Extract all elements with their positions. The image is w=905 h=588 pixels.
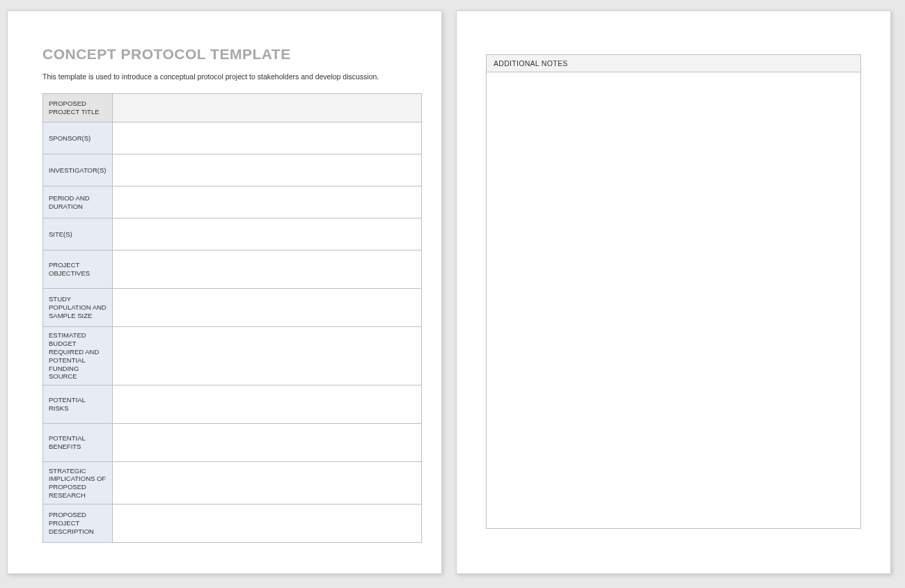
row-field[interactable] <box>113 186 422 218</box>
table-row: PROPOSED PROJECT TITLE <box>43 94 422 122</box>
row-field[interactable] <box>113 154 422 186</box>
row-field[interactable] <box>113 218 422 251</box>
table-row: SPONSOR(S) <box>43 122 422 154</box>
table-row: POTENTIAL RISKS <box>43 386 422 424</box>
row-field[interactable] <box>113 386 422 424</box>
additional-notes-box: ADDITIONAL NOTES <box>486 54 861 529</box>
table-row: PERIOD AND DURATION <box>43 186 422 218</box>
row-label: POTENTIAL BENEFITS <box>43 424 113 462</box>
row-label: SPONSOR(S) <box>43 122 113 154</box>
table-row: STRATEGIC IMPLICATIONS OF PROPOSED RESEA… <box>43 462 422 504</box>
row-field[interactable] <box>113 251 422 289</box>
row-field[interactable] <box>113 504 422 543</box>
row-label: SITE(S) <box>43 218 113 251</box>
document-title: CONCEPT PROTOCOL TEMPLATE <box>42 46 420 63</box>
row-label: ESTIMATED BUDGET REQUIRED AND POTENTIAL … <box>43 327 113 386</box>
row-label: POTENTIAL RISKS <box>43 386 113 424</box>
row-label: INVESTIGATOR(S) <box>43 154 113 186</box>
table-row: PROJECT OBJECTIVES <box>43 251 422 289</box>
row-field[interactable] <box>113 289 422 327</box>
table-row: SITE(S) <box>43 218 422 251</box>
row-field[interactable] <box>113 424 422 462</box>
table-row: INVESTIGATOR(S) <box>43 154 422 186</box>
row-field[interactable] <box>113 94 422 122</box>
row-label: STRATEGIC IMPLICATIONS OF PROPOSED RESEA… <box>43 462 113 504</box>
row-label: PROPOSED PROJECT TITLE <box>43 94 113 122</box>
table-row: STUDY POPULATION AND SAMPLE SIZE <box>43 289 422 327</box>
additional-notes-field[interactable] <box>487 72 860 528</box>
document-intro: This template is used to introduce a con… <box>42 72 420 81</box>
page-1: CONCEPT PROTOCOL TEMPLATE This template … <box>7 10 442 574</box>
row-field[interactable] <box>113 122 422 154</box>
row-field[interactable] <box>113 462 422 504</box>
row-field[interactable] <box>113 327 422 386</box>
row-label: PROPOSED PROJECT DESCRIPTION <box>43 504 113 543</box>
protocol-form-table: PROPOSED PROJECT TITLE SPONSOR(S) INVEST… <box>42 93 422 543</box>
table-row: PROPOSED PROJECT DESCRIPTION <box>43 504 422 543</box>
row-label: PERIOD AND DURATION <box>43 186 113 218</box>
table-row: ESTIMATED BUDGET REQUIRED AND POTENTIAL … <box>43 327 422 386</box>
page-2: ADDITIONAL NOTES <box>456 10 891 574</box>
row-label: PROJECT OBJECTIVES <box>43 251 113 289</box>
table-row: POTENTIAL BENEFITS <box>43 424 422 462</box>
row-label: STUDY POPULATION AND SAMPLE SIZE <box>43 289 113 327</box>
document-canvas: CONCEPT PROTOCOL TEMPLATE This template … <box>0 0 905 585</box>
additional-notes-heading: ADDITIONAL NOTES <box>487 55 860 72</box>
